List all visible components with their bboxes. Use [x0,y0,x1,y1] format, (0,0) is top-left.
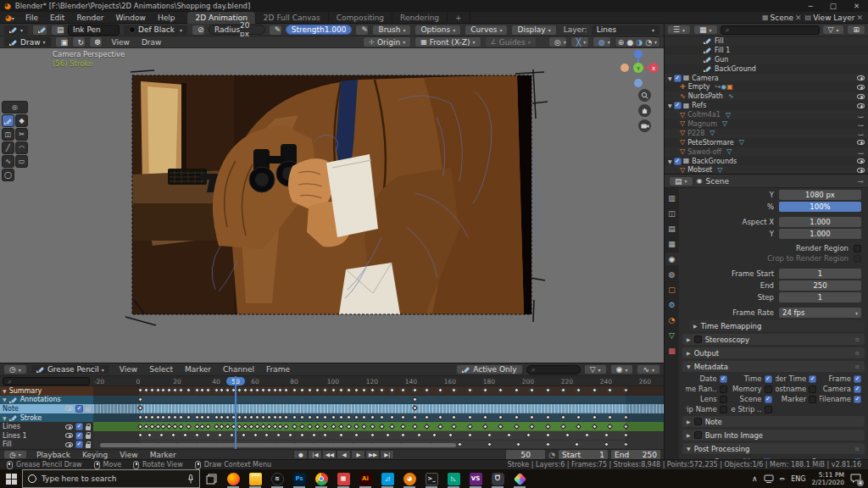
keyframe-f195[interactable] [515,441,521,447]
strength-pressure-icon[interactable]: ✎ [355,25,369,36]
new-collection-button[interactable]: ⊞ [847,25,865,35]
taskbar-app-designer[interactable] [509,469,531,488]
mode-dropdown[interactable]: Draw▾ [3,36,52,47]
frame-rate-dropdown[interactable]: 24 fps▾ [779,308,861,318]
dopesheet-menu-marker[interactable]: Marker [179,365,217,374]
material-dropdown[interactable]: Def Black ▾ [123,25,188,36]
tool-cutter[interactable]: ✂ [15,128,28,141]
keyframe-f72[interactable] [275,432,281,438]
channel-lock-icon[interactable] [86,435,91,439]
pen-icon[interactable]: ✎ [777,474,787,483]
aspect-y-field[interactable]: 1.000 [779,229,861,239]
properties-tab-texture[interactable]: ▩ [665,344,679,357]
eye-open-icon[interactable] [857,140,865,145]
timeline-editor-button[interactable]: ◷▾ [3,450,27,459]
viewport-3d[interactable]: ◎◆◫✂╱◠∿▭◯ Camera Perspective (56) Stroke… [0,48,664,363]
channel-keyframes[interactable] [93,422,664,431]
keyframe-f24[interactable] [182,432,188,438]
outliner-item-empty[interactable]: ✛Empty↪◉▣ [665,82,868,92]
proportional-edit-dropdown[interactable]: ◉▾ [610,364,634,374]
keyframe-f136[interactable] [400,424,406,430]
clock[interactable]: 5:11 PM 2/21/2020 [812,471,844,487]
keyframe-f84[interactable] [299,432,305,438]
dopesheet-menu-view[interactable]: View [114,365,143,374]
keyframe-f7[interactable] [149,414,155,420]
dopesheet-search-input[interactable]: ⌕ [526,365,581,374]
channel-name[interactable]: ▼Stroke [0,413,93,423]
properties-tab-modifiers[interactable]: ⚙ [665,298,679,311]
properties-tab-object-data[interactable]: ▽ [665,329,679,341]
outliner-item-fill-1[interactable]: Fill 1 [665,46,868,55]
timeline-scrollbar[interactable] [100,443,456,447]
keyframe-f60[interactable] [252,432,258,438]
keyframe-f152[interactable] [431,432,437,438]
metadata-checkbox[interactable] [809,396,816,403]
outliner-item-p228[interactable]: ▽P228▽ [665,129,868,138]
keyframe-f234[interactable] [592,424,598,430]
keyframe-f210[interactable] [544,441,550,447]
brush-icon-button[interactable] [32,25,47,36]
keyframe-f55[interactable] [242,414,248,420]
taskbar-app-terminal[interactable]: >_ [420,469,442,488]
keyframe-f80[interactable] [291,424,297,430]
outliner-search-input[interactable]: ⌕ [721,25,820,35]
filter-dropdown[interactable]: ▽▾ [822,25,845,35]
collection-checkbox[interactable] [674,158,682,165]
keyframe-f226[interactable] [576,424,581,430]
xray-dropdown[interactable]: ◍▾ [593,36,611,47]
dopesheet-menu-channel[interactable]: Channel [217,365,260,374]
channel-name[interactable]: ▼Annotations [0,396,93,405]
res-y-field[interactable]: 1080 px [779,190,861,200]
keyframe-f162[interactable] [451,424,457,430]
add-workspace-button[interactable]: + [448,12,470,24]
metadata-checkbox[interactable] [720,375,727,383]
use-preview-range-icon[interactable]: ◔ [548,451,555,459]
channel-use-checkbox[interactable] [75,441,83,448]
keyframe-f84[interactable] [299,424,305,430]
metadata-checkbox[interactable] [809,375,816,383]
popover-display[interactable]: Display ▾ [511,25,556,36]
keyframe-f218[interactable] [560,424,566,430]
outliner-item-gun[interactable]: Gun [665,55,868,64]
keyframe-f240[interactable] [603,432,609,438]
eye-open-icon[interactable] [857,75,865,80]
keyframe-f180[interactable] [486,432,492,438]
keyframe-f210[interactable] [544,424,550,430]
keyframe-f218[interactable] [560,387,566,393]
keyframe-f194[interactable] [514,387,520,393]
keyframe-f22[interactable] [178,414,184,420]
channel-name[interactable]: Note [0,404,93,413]
shading-rendered-icon[interactable]: ◔ [645,38,652,47]
channel-use-checkbox[interactable] [75,432,83,440]
stereoscopy-checkbox[interactable] [694,336,702,343]
keyframe-f120[interactable] [369,432,375,438]
keyframe-f104[interactable] [338,387,344,393]
display-mode-dropdown[interactable]: ▦▾ [693,25,718,35]
keyframe-f142[interactable] [412,405,418,411]
transport-next-key[interactable]: ▶▶ [365,450,380,459]
keyframe-f92[interactable] [314,424,320,430]
layer-dropdown[interactable]: Lines ▾ [591,25,660,36]
dopesheet-filter-dropdown[interactable]: ▽▾ [584,364,607,374]
keyframe-f194[interactable] [514,424,520,430]
microphone-icon[interactable] [187,474,194,484]
keyframe-f136[interactable] [400,414,406,420]
keyframe-f186[interactable] [498,387,504,393]
expand-arrow[interactable]: ▼ [668,103,672,108]
outliner-item-sawed-off[interactable]: ▽Sawed-off▽ [665,147,868,157]
keyframe-f48[interactable] [229,432,235,438]
crop-region-checkbox[interactable] [854,255,861,263]
scene-unlink-icon[interactable]: ✕ [795,14,802,22]
properties-tab-world[interactable]: ◍ [665,268,679,280]
pin-icon[interactable]: ⊸ [857,177,864,186]
keyframe-f61[interactable] [254,414,260,420]
drawing-plane-dropdown[interactable]: ▦Front (X-Z)▾ [415,36,481,47]
tool-tint[interactable]: ◆ [15,114,28,127]
keyframe-f104[interactable] [338,414,344,420]
keyframe-f242[interactable] [607,387,613,393]
eye-open-icon[interactable] [857,103,865,108]
keyframe-f67[interactable] [266,387,272,393]
eye-open-icon[interactable] [857,94,865,99]
outliner-item-magnum[interactable]: ▽Magnum▽ [665,119,868,129]
keyframe-f58[interactable] [248,387,254,393]
